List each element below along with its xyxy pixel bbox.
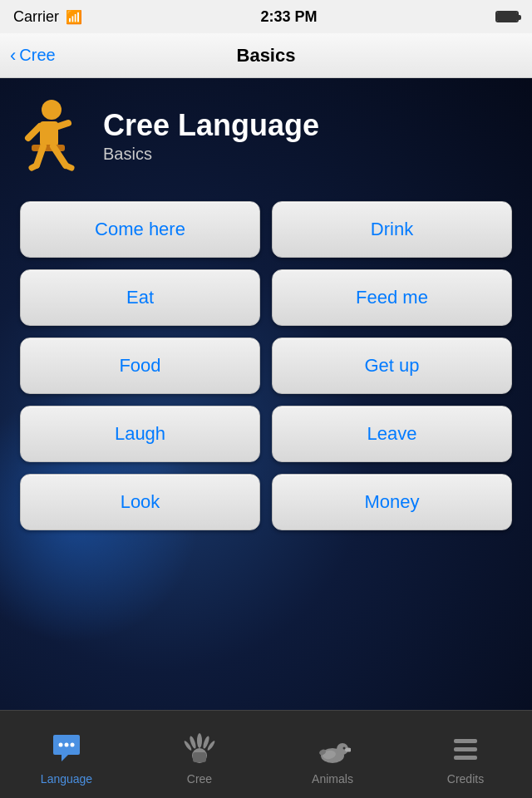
back-button[interactable]: ‹ Cree [10, 45, 56, 66]
app-subtitle: Basics [103, 145, 319, 164]
header-area: Cree Language Basics [20, 95, 512, 178]
tab-cree[interactable]: Cree [133, 711, 266, 798]
nav-title: Basics [237, 45, 296, 66]
status-left: Carrier 📶 [13, 8, 82, 26]
svg-line-7 [32, 165, 37, 168]
tab-credits[interactable]: Credits [399, 711, 532, 798]
button-feed-me[interactable]: Feed me [272, 269, 512, 326]
tab-animals[interactable]: Animals [266, 711, 399, 798]
svg-point-9 [59, 742, 63, 746]
svg-rect-4 [32, 145, 65, 151]
animals-tab-icon [314, 731, 351, 767]
wifi-icon: 📶 [66, 9, 82, 25]
status-bar: Carrier 📶 2:33 PM [0, 0, 532, 33]
battery-fill [497, 12, 517, 21]
button-money[interactable]: Money [272, 474, 512, 530]
button-get-up[interactable]: Get up [272, 337, 512, 394]
cree-tab-icon [181, 731, 218, 767]
svg-line-3 [58, 123, 68, 126]
button-come-here[interactable]: Come here [20, 201, 260, 258]
button-food[interactable]: Food [20, 337, 260, 394]
button-leave[interactable]: Leave [272, 406, 512, 462]
back-chevron-icon: ‹ [10, 45, 16, 66]
header-text: Cree Language Basics [103, 109, 319, 165]
buttons-grid: Come here Drink Eat Feed me Food Get up … [20, 201, 512, 530]
app-title: Cree Language [103, 109, 319, 142]
svg-line-8 [66, 165, 71, 168]
credits-tab-label: Credits [447, 772, 484, 786]
button-look[interactable]: Look [20, 474, 260, 530]
tab-bar: Language Cree [0, 710, 532, 798]
carrier-label: Carrier [13, 8, 59, 26]
svg-point-0 [42, 100, 62, 120]
svg-rect-26 [454, 747, 477, 751]
button-drink[interactable]: Drink [272, 201, 512, 258]
button-eat[interactable]: Eat [20, 269, 260, 326]
time-label: 2:33 PM [260, 8, 317, 26]
svg-point-13 [197, 733, 202, 748]
cree-tab-label: Cree [187, 772, 212, 786]
tab-language[interactable]: Language [0, 711, 133, 798]
svg-rect-25 [454, 739, 477, 743]
svg-rect-27 [454, 756, 477, 760]
svg-point-24 [343, 746, 346, 749]
language-tab-label: Language [41, 772, 92, 786]
person-sitting-icon [20, 95, 86, 178]
main-content: Cree Language Basics Come here Drink Eat… [0, 78, 532, 710]
svg-point-10 [65, 742, 69, 746]
svg-line-2 [28, 126, 40, 138]
battery-icon [495, 11, 519, 22]
nav-bar: ‹ Cree Basics [0, 33, 532, 78]
button-laugh[interactable]: Laugh [20, 406, 260, 462]
animals-tab-label: Animals [312, 772, 353, 786]
language-tab-icon [48, 731, 85, 767]
credits-tab-icon [447, 731, 484, 767]
status-right [495, 11, 519, 22]
svg-point-11 [71, 742, 75, 746]
svg-rect-18 [193, 752, 206, 762]
back-label: Cree [19, 46, 55, 65]
